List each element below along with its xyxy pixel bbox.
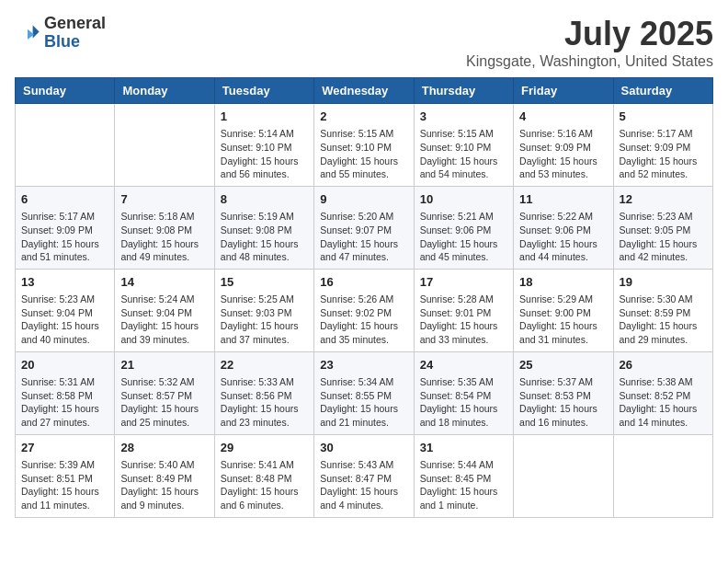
day-number: 13: [21, 274, 108, 291]
day-info: Sunrise: 5:26 AM Sunset: 9:02 PM Dayligh…: [320, 293, 407, 347]
calendar-cell: 25 Sunrise: 5:37 AM Sunset: 8:53 PM Dayl…: [514, 351, 613, 434]
calendar-cell: 8 Sunrise: 5:19 AM Sunset: 9:08 PM Dayli…: [214, 186, 313, 269]
calendar-cell: 11 Sunrise: 5:22 AM Sunset: 9:06 PM Dayl…: [514, 186, 613, 269]
day-info: Sunrise: 5:39 AM Sunset: 8:51 PM Dayligh…: [21, 458, 108, 512]
day-number: 28: [120, 440, 208, 456]
calendar-cell: 20 Sunrise: 5:31 AM Sunset: 8:58 PM Dayl…: [16, 351, 115, 434]
day-info: Sunrise: 5:20 AM Sunset: 9:07 PM Dayligh…: [320, 210, 407, 264]
day-info: Sunrise: 5:21 AM Sunset: 9:06 PM Dayligh…: [420, 210, 507, 264]
day-number: 20: [21, 357, 108, 373]
day-number: 4: [519, 109, 607, 125]
day-number: 11: [519, 191, 607, 208]
calendar-cell: 12 Sunrise: 5:23 AM Sunset: 9:05 PM Dayl…: [613, 186, 712, 269]
day-number: 9: [320, 191, 407, 208]
weekday-header-wednesday: Wednesday: [314, 78, 414, 104]
calendar-week-3: 13 Sunrise: 5:23 AM Sunset: 9:04 PM Dayl…: [16, 269, 713, 351]
calendar-cell: 26 Sunrise: 5:38 AM Sunset: 8:52 PM Dayl…: [613, 351, 712, 434]
logo-icon: [15, 20, 40, 46]
day-info: Sunrise: 5:24 AM Sunset: 9:04 PM Dayligh…: [120, 293, 208, 347]
calendar-cell: 1 Sunrise: 5:14 AM Sunset: 9:10 PM Dayli…: [214, 104, 313, 187]
calendar-cell: 16 Sunrise: 5:26 AM Sunset: 9:02 PM Dayl…: [314, 269, 414, 351]
logo-general: General: [44, 14, 106, 32]
day-info: Sunrise: 5:37 AM Sunset: 8:53 PM Dayligh…: [519, 375, 607, 430]
calendar-cell: 5 Sunrise: 5:17 AM Sunset: 9:09 PM Dayli…: [613, 104, 712, 187]
calendar-week-5: 27 Sunrise: 5:39 AM Sunset: 8:51 PM Dayl…: [16, 434, 713, 517]
day-number: 19: [620, 274, 707, 291]
calendar-cell: 21 Sunrise: 5:32 AM Sunset: 8:57 PM Dayl…: [115, 351, 214, 434]
day-info: Sunrise: 5:32 AM Sunset: 8:57 PM Dayligh…: [120, 375, 208, 430]
calendar-cell: 29 Sunrise: 5:41 AM Sunset: 8:48 PM Dayl…: [214, 434, 313, 517]
day-info: Sunrise: 5:23 AM Sunset: 9:05 PM Dayligh…: [620, 210, 707, 264]
day-info: Sunrise: 5:17 AM Sunset: 9:09 PM Dayligh…: [21, 210, 108, 264]
day-info: Sunrise: 5:17 AM Sunset: 9:09 PM Dayligh…: [620, 127, 707, 181]
day-number: 26: [620, 357, 707, 373]
calendar-cell: 3 Sunrise: 5:15 AM Sunset: 9:10 PM Dayli…: [414, 104, 513, 187]
calendar-cell: [514, 434, 613, 517]
calendar-week-2: 6 Sunrise: 5:17 AM Sunset: 9:09 PM Dayli…: [16, 186, 713, 269]
page-header: General Blue July 2025 Kingsgate, Washin…: [15, 15, 713, 70]
day-number: 5: [620, 109, 707, 125]
day-info: Sunrise: 5:38 AM Sunset: 8:52 PM Dayligh…: [620, 375, 707, 430]
day-number: 29: [221, 440, 308, 456]
calendar-cell: 6 Sunrise: 5:17 AM Sunset: 9:09 PM Dayli…: [16, 186, 115, 269]
day-info: Sunrise: 5:29 AM Sunset: 9:00 PM Dayligh…: [519, 293, 607, 347]
day-info: Sunrise: 5:28 AM Sunset: 9:01 PM Dayligh…: [420, 293, 507, 347]
day-info: Sunrise: 5:44 AM Sunset: 8:45 PM Dayligh…: [420, 458, 507, 512]
day-number: 1: [221, 109, 308, 125]
day-info: Sunrise: 5:34 AM Sunset: 8:55 PM Dayligh…: [320, 375, 407, 430]
svg-marker-0: [33, 25, 40, 38]
weekday-header-thursday: Thursday: [414, 78, 513, 104]
calendar-header-row: SundayMondayTuesdayWednesdayThursdayFrid…: [16, 78, 713, 104]
calendar-cell: 18 Sunrise: 5:29 AM Sunset: 9:00 PM Dayl…: [514, 269, 613, 351]
location-title: Kingsgate, Washington, United States: [466, 53, 713, 70]
calendar-cell: 13 Sunrise: 5:23 AM Sunset: 9:04 PM Dayl…: [16, 269, 115, 351]
calendar-cell: 7 Sunrise: 5:18 AM Sunset: 9:08 PM Dayli…: [115, 186, 214, 269]
day-number: 21: [120, 357, 208, 373]
calendar-cell: 15 Sunrise: 5:25 AM Sunset: 9:03 PM Dayl…: [214, 269, 313, 351]
day-number: 14: [120, 274, 208, 291]
calendar-cell: 28 Sunrise: 5:40 AM Sunset: 8:49 PM Dayl…: [115, 434, 214, 517]
calendar-cell: [613, 434, 712, 517]
day-info: Sunrise: 5:33 AM Sunset: 8:56 PM Dayligh…: [221, 375, 308, 430]
calendar-cell: 14 Sunrise: 5:24 AM Sunset: 9:04 PM Dayl…: [115, 269, 214, 351]
day-info: Sunrise: 5:41 AM Sunset: 8:48 PM Dayligh…: [221, 458, 308, 512]
calendar-cell: 4 Sunrise: 5:16 AM Sunset: 9:09 PM Dayli…: [514, 104, 613, 187]
calendar-week-4: 20 Sunrise: 5:31 AM Sunset: 8:58 PM Dayl…: [16, 351, 713, 434]
calendar-cell: 2 Sunrise: 5:15 AM Sunset: 9:10 PM Dayli…: [314, 104, 414, 187]
day-number: 25: [519, 357, 607, 373]
day-number: 23: [320, 357, 407, 373]
day-number: 16: [320, 274, 407, 291]
day-info: Sunrise: 5:40 AM Sunset: 8:49 PM Dayligh…: [120, 458, 208, 512]
day-number: 30: [320, 440, 407, 456]
calendar-week-1: 1 Sunrise: 5:14 AM Sunset: 9:10 PM Dayli…: [16, 104, 713, 187]
calendar-cell: 27 Sunrise: 5:39 AM Sunset: 8:51 PM Dayl…: [16, 434, 115, 517]
day-info: Sunrise: 5:25 AM Sunset: 9:03 PM Dayligh…: [221, 293, 308, 347]
day-info: Sunrise: 5:43 AM Sunset: 8:47 PM Dayligh…: [320, 458, 407, 512]
logo-text: General Blue: [44, 15, 106, 52]
calendar-cell: 30 Sunrise: 5:43 AM Sunset: 8:47 PM Dayl…: [314, 434, 414, 517]
calendar-cell: 22 Sunrise: 5:33 AM Sunset: 8:56 PM Dayl…: [214, 351, 313, 434]
weekday-header-saturday: Saturday: [613, 78, 712, 104]
calendar-table: SundayMondayTuesdayWednesdayThursdayFrid…: [15, 77, 713, 518]
month-title: July 2025: [466, 15, 713, 53]
day-number: 2: [320, 109, 407, 125]
weekday-header-sunday: Sunday: [16, 78, 115, 104]
logo-blue: Blue: [44, 32, 80, 51]
day-number: 17: [420, 274, 507, 291]
day-number: 10: [420, 191, 507, 208]
calendar-cell: 17 Sunrise: 5:28 AM Sunset: 9:01 PM Dayl…: [414, 269, 513, 351]
day-info: Sunrise: 5:15 AM Sunset: 9:10 PM Dayligh…: [320, 127, 407, 181]
day-number: 18: [519, 274, 607, 291]
calendar-cell: 10 Sunrise: 5:21 AM Sunset: 9:06 PM Dayl…: [414, 186, 513, 269]
logo: General Blue: [15, 15, 106, 52]
weekday-header-monday: Monday: [115, 78, 214, 104]
calendar-cell: [115, 104, 214, 187]
day-number: 3: [420, 109, 507, 125]
calendar-cell: [16, 104, 115, 187]
calendar-cell: 9 Sunrise: 5:20 AM Sunset: 9:07 PM Dayli…: [314, 186, 414, 269]
weekday-header-friday: Friday: [514, 78, 613, 104]
calendar-cell: 19 Sunrise: 5:30 AM Sunset: 8:59 PM Dayl…: [613, 269, 712, 351]
day-number: 15: [221, 274, 308, 291]
day-info: Sunrise: 5:22 AM Sunset: 9:06 PM Dayligh…: [519, 210, 607, 264]
calendar-cell: 24 Sunrise: 5:35 AM Sunset: 8:54 PM Dayl…: [414, 351, 513, 434]
